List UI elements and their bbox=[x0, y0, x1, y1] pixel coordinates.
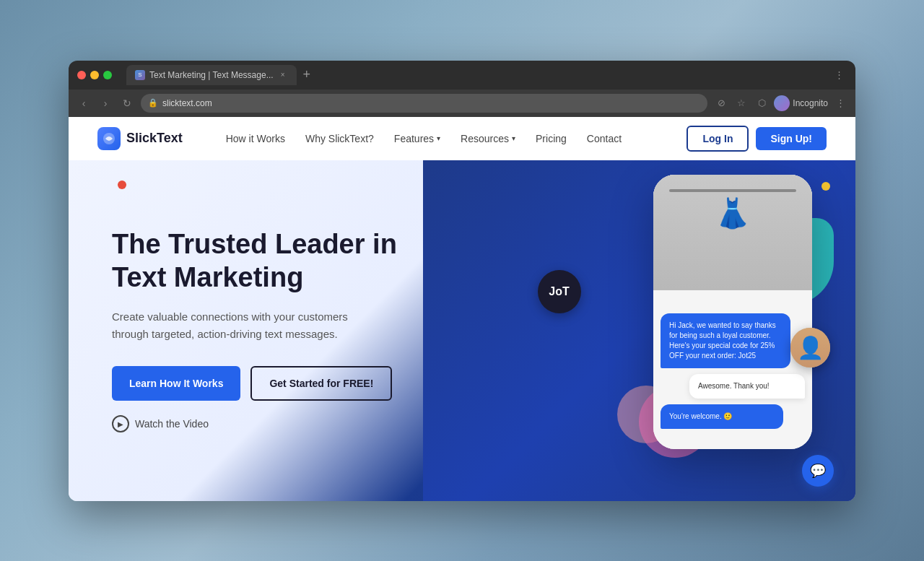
hero-title: The Trusted Leader in Text Marketing bbox=[112, 228, 401, 294]
hero-cta-buttons: Learn How It Works Get Started for FREE! bbox=[112, 366, 502, 401]
hero-right: JoT 👤 👗 bbox=[502, 160, 856, 501]
nav-resources[interactable]: Resources bbox=[461, 133, 515, 144]
address-bar[interactable]: 🔒 slicktext.com bbox=[141, 94, 707, 113]
logo[interactable]: SlickText bbox=[97, 127, 183, 150]
tab-bar: S Text Marketing | Text Message... × + bbox=[126, 65, 825, 85]
browser-toolbar: ‹ › ↻ 🔒 slicktext.com ⊘ ☆ ⬡ Incognito ⋮ bbox=[69, 90, 855, 117]
jot-avatar: JoT bbox=[538, 270, 581, 313]
nav-pricing[interactable]: Pricing bbox=[536, 133, 567, 144]
phone-screen: 👗 Hi Jack, we wanted to say thanks for b… bbox=[653, 175, 812, 449]
browser-window: S Text Marketing | Text Message... × + ⋮… bbox=[69, 61, 855, 501]
play-icon: ▶ bbox=[112, 415, 129, 432]
phone-mockup: 👗 Hi Jack, we wanted to say thanks for b… bbox=[653, 175, 812, 449]
chat-widget-icon: 💬 bbox=[810, 463, 826, 479]
active-tab[interactable]: S Text Marketing | Text Message... × bbox=[126, 65, 297, 85]
phone-image-area: 👗 bbox=[653, 175, 812, 290]
chat-widget-button[interactable]: 💬 bbox=[802, 455, 834, 487]
nav-contact[interactable]: Contact bbox=[587, 133, 622, 144]
tab-favicon: S bbox=[135, 70, 145, 80]
watch-video-link[interactable]: ▶ Watch the Video bbox=[112, 415, 502, 432]
nav-buttons: Log In Sign Up! bbox=[687, 126, 827, 152]
person-face-icon: 👤 bbox=[790, 328, 830, 368]
logo-icon bbox=[97, 127, 121, 150]
nav-links: How it Works Why SlickText? Features Res… bbox=[226, 133, 687, 144]
watch-video-label: Watch the Video bbox=[135, 418, 209, 430]
chat-container: Hi Jack, we wanted to say thanks for bei… bbox=[661, 313, 805, 435]
hero-section: The Trusted Leader in Text Marketing Cre… bbox=[69, 160, 855, 501]
new-tab-button[interactable]: + bbox=[297, 65, 317, 85]
nav-features[interactable]: Features bbox=[394, 133, 440, 144]
website-content: SlickText How it Works Why SlickText? Fe… bbox=[69, 117, 855, 501]
more-options-button[interactable]: ⋮ bbox=[831, 67, 847, 83]
browser-titlebar: S Text Marketing | Text Message... × + ⋮ bbox=[69, 61, 855, 90]
learn-how-it-works-button[interactable]: Learn How It Works bbox=[112, 366, 240, 401]
logo-text: SlickText bbox=[126, 131, 183, 146]
shirt-icon: 👗 bbox=[715, 196, 751, 230]
clothing-rack: 👗 bbox=[653, 175, 812, 290]
extensions-icon[interactable]: ⬡ bbox=[754, 95, 770, 111]
forward-button[interactable]: › bbox=[97, 95, 113, 111]
traffic-lights bbox=[77, 71, 112, 79]
rack-bar bbox=[669, 189, 796, 192]
toolbar-right: ⊘ ☆ ⬡ Incognito ⋮ bbox=[713, 95, 848, 111]
chat-message-2: Awesome. Thank you! bbox=[689, 374, 805, 399]
chat-message-1: Hi Jack, we wanted to say thanks for bei… bbox=[661, 313, 790, 368]
reload-button[interactable]: ↻ bbox=[119, 95, 135, 111]
site-navigation: SlickText How it Works Why SlickText? Fe… bbox=[69, 117, 855, 160]
close-window-button[interactable] bbox=[77, 71, 86, 79]
tab-title: Text Marketing | Text Message... bbox=[149, 70, 274, 80]
signup-button[interactable]: Sign Up! bbox=[756, 127, 827, 150]
maximize-window-button[interactable] bbox=[103, 71, 112, 79]
hero-subtitle: Create valuable connections with your cu… bbox=[112, 308, 386, 343]
incognito-label: Incognito bbox=[793, 98, 828, 108]
nav-how-it-works[interactable]: How it Works bbox=[226, 133, 285, 144]
profile-button[interactable]: Incognito bbox=[774, 95, 828, 111]
tab-close-button[interactable]: × bbox=[278, 70, 288, 80]
hero-left: The Trusted Leader in Text Marketing Cre… bbox=[69, 160, 502, 501]
back-button[interactable]: ‹ bbox=[76, 95, 92, 111]
nav-why-slicktext[interactable]: Why SlickText? bbox=[305, 133, 374, 144]
get-started-button[interactable]: Get Started for FREE! bbox=[250, 366, 392, 401]
person-avatar: 👤 bbox=[790, 328, 830, 368]
login-button[interactable]: Log In bbox=[687, 126, 749, 152]
bookmark-icon[interactable]: ☆ bbox=[733, 95, 749, 111]
url-text: slicktext.com bbox=[162, 98, 212, 108]
chat-message-3: You're welcome. 🙂 bbox=[661, 404, 783, 429]
chrome-menu-button[interactable]: ⋮ bbox=[832, 95, 848, 111]
cast-icon[interactable]: ⊘ bbox=[713, 95, 729, 111]
profile-avatar bbox=[774, 95, 790, 111]
lock-icon: 🔒 bbox=[148, 98, 158, 108]
minimize-window-button[interactable] bbox=[90, 71, 99, 79]
